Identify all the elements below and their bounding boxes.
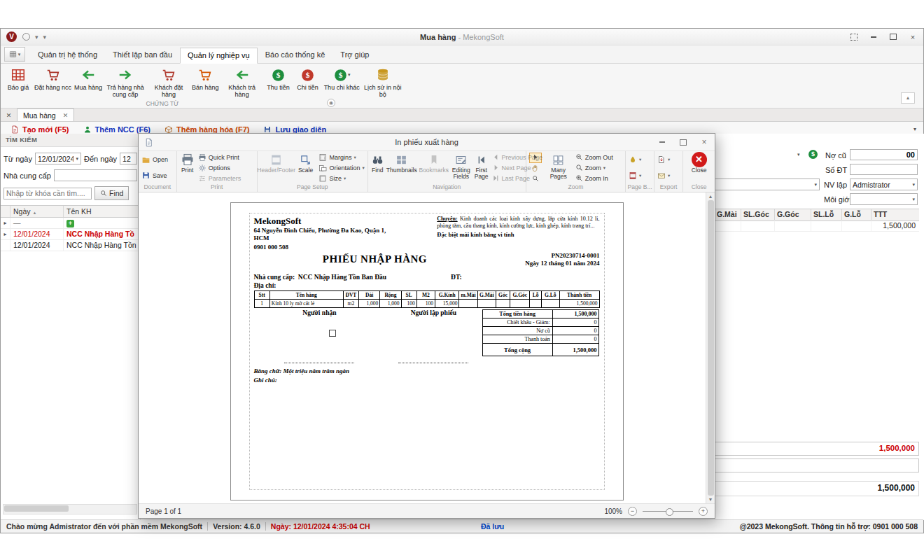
ribbon-thu-chi-khac-button[interactable]: ▾ Thu chi khác [323, 66, 361, 91]
ribbon-group-launcher-icon[interactable]: ◉ [327, 99, 335, 107]
column-header-ngay[interactable]: Ngày ▲ [10, 206, 64, 217]
ribbon-thu-tien-button[interactable]: Thu tiền [264, 66, 293, 91]
minimize-button[interactable] [869, 33, 878, 41]
tab-bao-cao-thong-ke[interactable]: Báo cáo thống kê [258, 47, 333, 63]
zoom-button[interactable]: Zoom▾ [575, 163, 622, 172]
column-header-g-goc[interactable]: G.Góc [775, 209, 811, 220]
dialog-close-button[interactable]: × [699, 138, 709, 146]
next-page-button[interactable]: Next Page [492, 163, 543, 172]
zoom-out-button-small[interactable]: − [628, 507, 637, 516]
open-button[interactable]: Open [141, 155, 174, 164]
previous-page-button[interactable]: Previous Page [492, 153, 543, 162]
close-preview-button[interactable]: ✕ Close [690, 152, 709, 183]
preview-area[interactable]: MekongSoft 64 Nguyễn Đình Chiểu, Phường … [139, 192, 715, 504]
grid-row-2[interactable]: 12/01/2024 NCC Nhập Hàng Tồn [1, 240, 140, 251]
page-color-button[interactable]: ▾ [629, 155, 651, 164]
thumbnails-button[interactable]: Thumbnails [386, 152, 418, 183]
ribbon-chi-tien-button[interactable]: Chi tiền [293, 66, 323, 91]
last-page-button[interactable]: Last Page [492, 174, 543, 183]
app-menu-button[interactable]: ▾ [4, 47, 25, 62]
first-page-button[interactable]: First Page [472, 152, 491, 183]
add-product-button[interactable]: Thêm hàng hóa (F7) [164, 125, 250, 134]
scrollbar-thumb[interactable] [4, 505, 69, 512]
export-document-button[interactable]: ▾ [657, 155, 680, 164]
zoom-slider-knob[interactable] [666, 508, 673, 516]
phone-number-input[interactable] [850, 164, 918, 175]
keyword-search-input[interactable] [4, 188, 92, 200]
ribbon-khach-tra-hang-button[interactable]: Khách trả hàng [220, 66, 264, 98]
parameters-button[interactable]: Parameters [198, 174, 254, 183]
tab-thiet-lap-ban-dau[interactable]: Thiết lập ban đầu [105, 47, 180, 63]
grid-row-1[interactable]: ▸ 12/01/2024 NCC Nhập Hàng Tồ [1, 229, 140, 240]
close-all-tabs-button[interactable]: ✕ [4, 111, 14, 120]
scroll-down-icon[interactable]: ▼ [708, 497, 713, 502]
tab-quan-tri-he-thong[interactable]: Quản trị hệ thống [30, 47, 105, 63]
tab-quan-ly-nghiep-vu[interactable]: Quản lý nghiệp vụ [180, 48, 258, 64]
header-footer-button[interactable]: Header/Footer [259, 152, 294, 183]
restore-button[interactable] [888, 33, 898, 41]
column-header-ttt[interactable]: TTT [872, 209, 918, 220]
column-header-sl-goc[interactable]: SL.Góc [741, 209, 775, 220]
old-debt-input[interactable] [850, 149, 918, 160]
action-bar-expand-icon[interactable]: ▾ [913, 126, 916, 132]
find-button[interactable]: Find [94, 186, 129, 200]
tab-close-icon[interactable]: ✕ [63, 112, 69, 119]
ribbon-khach-dat-hang-button[interactable]: Khách đặt hàng [147, 66, 190, 98]
truncated-combo[interactable]: ▾ [715, 178, 820, 190]
from-date-combo[interactable]: 12/01/2024 ▾ [35, 153, 81, 164]
zoom-out-button[interactable]: Zoom Out [575, 153, 622, 162]
create-new-button[interactable]: Tạo mới (F5) [10, 125, 69, 134]
bookmarks-button[interactable]: Bookmarks [418, 152, 450, 183]
horizontal-scrollbar[interactable] [3, 504, 137, 514]
save-layout-button[interactable]: Lưu giao diện [263, 125, 326, 134]
add-row-icon[interactable]: + [66, 220, 74, 227]
margins-button[interactable]: Margins▾ [318, 153, 364, 162]
zoom-in-button-small[interactable]: + [699, 507, 708, 516]
ribbon-tra-hang-ncc-button[interactable]: Trả hàng nhà cung cấp [104, 66, 147, 98]
close-button[interactable]: × [908, 33, 918, 41]
orientation-button[interactable]: Orientation▾ [318, 163, 364, 172]
column-header-sl-lo[interactable]: SL.Lỗ [811, 209, 842, 220]
ribbon-collapse-button[interactable]: ▴ [901, 92, 915, 104]
quick-access-icon[interactable] [22, 33, 30, 41]
chevron-down-icon[interactable]: ▾ [35, 34, 38, 41]
options-button[interactable]: Options [198, 163, 254, 172]
zoom-in-button[interactable]: Zoom In [575, 174, 622, 183]
broker-combo[interactable]: ▾ [850, 193, 918, 205]
scale-button[interactable]: Scale [294, 152, 318, 183]
send-email-button[interactable]: ▾ [657, 171, 680, 180]
detail-grid-row[interactable]: 1,500,000 [715, 220, 919, 232]
ribbon-ban-hang-button[interactable]: Bán hàng [190, 66, 220, 91]
toolbar-customize-icon[interactable]: ▾ [43, 34, 47, 41]
many-pages-button[interactable]: Many Pages [543, 152, 574, 183]
column-header-ten-kh[interactable]: Tên KH [64, 206, 140, 217]
dialog-minimize-button[interactable] [657, 138, 667, 146]
editing-fields-button[interactable]: Editing Fields [450, 152, 472, 183]
find-button-preview[interactable]: Find [370, 152, 386, 183]
tab-tro-giup[interactable]: Trợ giúp [332, 47, 377, 63]
size-button[interactable]: Size▾ [318, 174, 364, 183]
fullscreen-button[interactable] [849, 33, 859, 41]
chevron-down-icon[interactable]: ▾ [797, 152, 800, 158]
scroll-up-icon[interactable]: ▲ [708, 194, 713, 199]
column-header-g-lo[interactable]: G.Lỗ [842, 209, 872, 220]
print-button[interactable]: Print [178, 152, 197, 183]
ribbon-lich-su-in-noi-bo-button[interactable]: Lịch sử in nội bộ [361, 66, 405, 98]
ribbon-dat-hang-ncc-button[interactable]: Đặt hàng ncc [33, 66, 73, 91]
scrollbar-thumb[interactable] [708, 200, 714, 496]
app-logo-icon[interactable]: V [6, 31, 17, 42]
vertical-scrollbar[interactable]: ▲ ▼ [706, 192, 715, 503]
quick-print-button[interactable]: Quick Print [198, 153, 254, 162]
grid-new-row[interactable]: ▸ — + [1, 218, 140, 229]
save-button[interactable]: Save [141, 171, 174, 180]
column-header-g-mai[interactable]: G.Mài [715, 209, 741, 220]
to-date-combo[interactable]: 12 [120, 153, 137, 164]
staff-combo[interactable]: Admistrator ▾ [850, 178, 918, 190]
dialog-maximize-button[interactable] [678, 138, 688, 146]
ribbon-mua-hang-button[interactable]: Mua hàng [73, 66, 104, 91]
doc-tab-mua-hang[interactable]: Mua hàng ✕ [17, 108, 74, 121]
zoom-slider[interactable] [643, 511, 693, 512]
ribbon-bao-gia-button[interactable]: Báo giá [4, 66, 33, 91]
supplier-input[interactable] [54, 169, 137, 181]
watermark-button[interactable]: ▾ [629, 171, 651, 180]
